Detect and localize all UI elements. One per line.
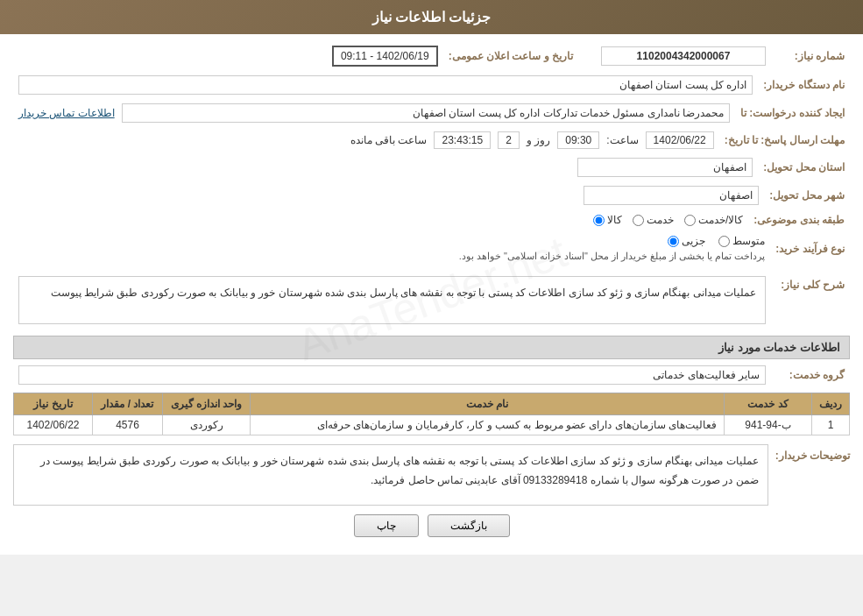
cell-name: فعالیت‌های سازمان‌های دارای عضو مربوط به… — [251, 415, 725, 435]
deadline-day-label: روز و — [527, 134, 550, 146]
buyer-desc-section: توضیحات خریدار: عملیات میدانی بهنگام ساز… — [13, 444, 850, 506]
row1-table: شماره نیاز: 1102004342000067 تاریخ و ساع… — [13, 43, 850, 69]
page-wrapper: جزئیات اطلاعات نیاز شماره نیاز: 11020043… — [0, 0, 863, 555]
radio-khedmat[interactable]: خدمت — [633, 214, 674, 226]
group-value: سایر فعالیت‌های خدماتی — [18, 365, 766, 385]
row7-table: طبقه بندی موضوعی: کالا/خدمت خدمت کالا — [13, 211, 850, 229]
bottom-buttons: بازگشت چاپ — [13, 506, 850, 546]
back-button[interactable]: بازگشت — [428, 514, 510, 537]
province-label: استان محل تحویل: — [758, 155, 850, 180]
radio-kala-khedmat-label: کالا/خدمت — [698, 214, 743, 226]
deadline-time-label: ساعت: — [606, 134, 638, 146]
row5-table: استان محل تحویل: اصفهان — [13, 155, 850, 180]
city-label: شهر محل تحویل: — [764, 183, 850, 208]
radio-kala-khedmat-input[interactable] — [684, 215, 696, 226]
announce-date-value: 1402/06/19 - 09:11 — [332, 46, 438, 67]
creator-value: محمدرضا نامداری مسئول خدمات تدارکات ادار… — [122, 103, 730, 123]
deadline-remaining: 23:43:15 — [434, 131, 491, 149]
radio-jozvi[interactable]: جزیی — [668, 235, 705, 247]
col-header-date: تاریخ نیاز — [14, 393, 93, 415]
province-value: اصفهان — [577, 158, 753, 177]
cell-date: 1402/06/22 — [14, 415, 93, 435]
col-header-qty: تعداد / مقدار — [93, 393, 163, 415]
row8-table: نوع فرآیند خرید: متوسط جزیی — [13, 232, 850, 265]
page-header: جزئیات اطلاعات نیاز — [0, 0, 863, 34]
col-header-code: کد خدمت — [725, 393, 812, 415]
radio-jozvi-label: جزیی — [682, 235, 705, 247]
process-label: نوع فرآیند خرید: — [770, 232, 850, 265]
deadline-date: 1402/06/22 — [646, 131, 714, 149]
process-note: پرداخت تمام یا بخشی از مبلغ خریدار از مح… — [459, 251, 766, 262]
row4-table: مهلت ارسال پاسخ: تا تاریخ: 1402/06/22 سا… — [13, 129, 850, 152]
need-number-label: شماره نیاز: — [771, 43, 850, 69]
creator-contact-link[interactable]: اطلاعات تماس خریدار — [18, 107, 115, 119]
services-table: ردیف کد خدمت نام خدمت واحد اندازه گیری ت… — [13, 393, 850, 435]
radio-motavvaset-label: متوسط — [732, 235, 765, 247]
main-content: شماره نیاز: 1102004342000067 تاریخ و ساع… — [0, 34, 863, 555]
deadline-time: 09:30 — [557, 131, 599, 149]
row2-table: نام دستگاه خریدار: اداره کل پست استان اص… — [13, 73, 850, 97]
services-section: اطلاعات خدمات مورد نیاز گروه خدمت: سایر … — [13, 336, 850, 435]
description-section: AnaTender.net شرح کلی نیاز: عملیات میدان… — [13, 273, 850, 327]
deadline-label: مهلت ارسال پاسخ: تا تاریخ: — [719, 129, 850, 152]
cell-row-num: 1 — [812, 415, 850, 435]
description-label: شرح کلی نیاز: — [771, 273, 850, 327]
radio-kala-input[interactable] — [593, 215, 605, 226]
print-button[interactable]: چاپ — [354, 514, 419, 537]
need-number-value: 1102004342000067 — [601, 46, 766, 66]
col-header-row: ردیف — [812, 393, 850, 415]
page-title: جزئیات اطلاعات نیاز — [372, 10, 492, 25]
radio-kala-label: کالا — [607, 214, 622, 226]
radio-kala[interactable]: کالا — [593, 214, 622, 226]
radio-jozvi-input[interactable] — [668, 236, 679, 247]
cell-qty: 4576 — [93, 415, 163, 435]
deadline-remaining-label: ساعت باقی مانده — [350, 134, 428, 146]
buyer-desc-label: توضیحات خریدار: — [775, 444, 850, 462]
announce-date-label: تاریخ و ساعت اعلان عمومی: — [443, 43, 578, 69]
buyer-desc-text: عملیات میدانی بهنگام سازی و ژئو کد سازی … — [13, 444, 768, 506]
services-section-title: اطلاعات خدمات مورد نیاز — [13, 336, 850, 359]
col-header-unit: واحد اندازه گیری — [163, 393, 251, 415]
org-name-value: اداره کل پست استان اصفهان — [18, 75, 753, 95]
org-name-label: نام دستگاه خریدار: — [758, 73, 850, 97]
radio-motavvaset[interactable]: متوسط — [718, 235, 765, 247]
city-value: اصفهان — [584, 186, 759, 205]
radio-motavvaset-input[interactable] — [718, 236, 730, 247]
radio-kala-khedmat[interactable]: کالا/خدمت — [684, 214, 743, 226]
radio-khedmat-input[interactable] — [633, 215, 644, 226]
radio-khedmat-label: خدمت — [647, 214, 674, 226]
category-label: طبقه بندی موضوعی: — [748, 211, 850, 229]
description-text: عملیات میدانی بهنگام سازی و ژئو کد سازی … — [18, 276, 766, 324]
row6-table: شهر محل تحویل: اصفهان — [13, 183, 850, 208]
description-table: شرح کلی نیاز: عملیات میدانی بهنگام سازی … — [13, 273, 850, 327]
cell-unit: رکوردی — [163, 415, 251, 435]
group-table: گروه خدمت: سایر فعالیت‌های خدماتی — [13, 363, 850, 387]
row3-table: ایجاد کننده درخواست: تا محمدرضا نامداری … — [13, 101, 850, 125]
col-header-name: نام خدمت — [251, 393, 725, 415]
deadline-day: 2 — [498, 131, 520, 149]
cell-code: ب-94-941 — [725, 415, 812, 435]
group-label: گروه خدمت: — [771, 363, 850, 387]
creator-label: ایجاد کننده درخواست: تا — [735, 101, 850, 125]
table-row: 1 ب-94-941 فعالیت‌های سازمان‌های دارای ع… — [14, 415, 850, 435]
